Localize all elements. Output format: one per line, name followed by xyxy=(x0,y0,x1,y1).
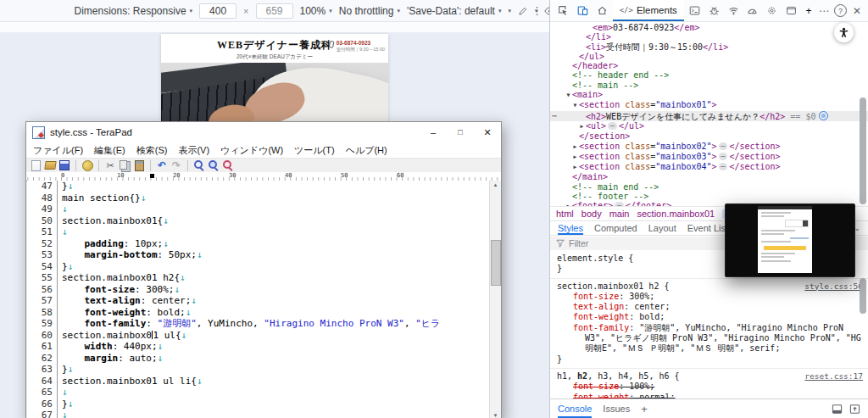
elements-tree-node[interactable]: <!-- header end --> xyxy=(550,70,868,80)
pip-preview-window[interactable] xyxy=(725,203,855,277)
code-line[interactable]: 49↓ xyxy=(27,203,490,215)
page-phone-number[interactable]: 03-6874-0923 xyxy=(337,40,385,47)
terapad-scrollbar[interactable]: ▲ ▼ xyxy=(489,181,501,418)
elements-tree-node[interactable]: ▼<section class="mainbox01"> xyxy=(550,100,868,110)
stylesheet-link[interactable]: style.css:56 xyxy=(804,281,863,291)
code-line-text[interactable]: section.mainbox01 ul{↓ xyxy=(57,330,490,342)
scroll-down-icon[interactable]: ▼ xyxy=(490,411,501,418)
menu-item[interactable]: 検索(S) xyxy=(136,144,168,157)
code-line[interactable]: 52 padding: 10px;↓ xyxy=(27,238,490,250)
code-line[interactable]: 51↓ xyxy=(27,226,490,238)
code-line[interactable]: 57 text-align: center;↓ xyxy=(27,295,490,307)
code-line-text[interactable]: font-size: 300%;↓ xyxy=(57,284,490,296)
code-line[interactable]: 60section.mainbox01 ul{↓ xyxy=(27,330,490,342)
code-line[interactable]: 59 font-family: "游明朝", YuMincho, "Hiragi… xyxy=(27,318,490,330)
code-line-text[interactable]: }↓ xyxy=(57,364,490,376)
code-line-text[interactable]: section.mainbox01{↓ xyxy=(57,215,490,227)
elements-tree-node[interactable]: ▼<main> xyxy=(550,90,868,100)
elements-tree-node[interactable]: ▶<section class="mainbox02">⋯</section> xyxy=(550,142,868,152)
code-line[interactable]: 48main section{}↓ xyxy=(27,192,490,204)
code-line-text[interactable]: ↓ xyxy=(57,410,490,418)
settings-gear-icon[interactable] xyxy=(763,2,781,20)
save-data-select[interactable]: 'Save-Data': default ▾ xyxy=(407,5,502,17)
element-hint-icon[interactable] xyxy=(819,111,828,120)
collapsed-arrow-icon[interactable]: ▶ xyxy=(578,122,586,131)
close-devtools-icon[interactable]: ✕ xyxy=(850,5,864,17)
code-line[interactable]: 53 margin-bottom: 50px;↓ xyxy=(27,249,490,261)
scrollbar-thumb[interactable] xyxy=(491,240,501,286)
elements-tree-node[interactable]: ⋯<h2>WEBデザインを仕事にしてみませんか？</h2> == $0 xyxy=(550,111,868,121)
css-property-line[interactable]: font-size: 300%; xyxy=(557,292,861,302)
cut-icon[interactable]: ✂ xyxy=(104,159,116,171)
code-line[interactable]: 50section.mainbox01{↓ xyxy=(27,215,490,227)
undo-icon[interactable]: ↶ xyxy=(156,159,168,171)
code-line-text[interactable]: }↓ xyxy=(57,261,490,273)
collapsed-arrow-icon[interactable]: ▶ xyxy=(571,163,579,172)
breadcrumb-item[interactable]: html xyxy=(556,209,574,219)
console-panel-icon[interactable] xyxy=(686,2,704,20)
viewport-height-input[interactable]: 659 xyxy=(256,3,293,19)
code-line[interactable]: 63}↓ xyxy=(27,364,490,376)
breadcrumb-item[interactable]: body xyxy=(581,209,602,219)
code-line[interactable]: 67↓ xyxy=(27,410,490,418)
css-property-line[interactable]: text-align: center; xyxy=(557,302,861,312)
find-previous-icon[interactable] xyxy=(222,159,234,171)
edit-pencil-icon[interactable] xyxy=(518,6,528,16)
zoom-select[interactable]: 100% ▾ xyxy=(300,5,332,17)
terapad-text-area[interactable]: 47}↓48main section{}↓49↓50section.mainbo… xyxy=(27,181,490,418)
elements-tree-node[interactable]: </header> xyxy=(550,61,868,70)
elements-tree-node[interactable]: ▶<section class="mainbox04">⋯</section> xyxy=(550,162,868,172)
expand-dots-icon[interactable]: ⋯ xyxy=(719,142,728,150)
debug-bug-icon[interactable] xyxy=(705,2,723,20)
code-line[interactable]: 54}↓ xyxy=(27,261,490,273)
code-line-text[interactable]: section.mainbox01 h2{↓ xyxy=(57,272,490,284)
new-file-icon[interactable] xyxy=(30,159,42,171)
code-line-text[interactable]: ↓ xyxy=(57,203,490,215)
expanded-arrow-icon[interactable]: ▼ xyxy=(571,101,579,110)
menu-item[interactable]: ヘルプ(H) xyxy=(346,144,387,157)
save-icon[interactable] xyxy=(58,159,70,171)
expand-dots-icon[interactable]: ⋯ xyxy=(719,163,728,170)
css-rule-line[interactable]: } xyxy=(557,354,861,365)
code-line[interactable]: 61 width: 440px;↓ xyxy=(27,341,490,353)
node-actions-icon[interactable]: ⋯ xyxy=(552,111,557,120)
code-line[interactable]: 47}↓ xyxy=(27,181,490,192)
code-line[interactable]: 58 font-weight: bold;↓ xyxy=(27,307,490,319)
code-line-text[interactable]: ↓ xyxy=(57,226,490,238)
stylesheet-link[interactable]: reset.css:17 xyxy=(804,371,863,381)
chevron-down-icon[interactable]: ▾ xyxy=(508,8,511,14)
more-options-icon[interactable]: ⋮ xyxy=(531,0,542,21)
tab-console[interactable]: Console xyxy=(558,399,592,418)
code-line-text[interactable]: ↓ xyxy=(57,387,490,398)
home-icon[interactable] xyxy=(593,2,611,20)
code-line-text[interactable]: }↓ xyxy=(57,398,490,410)
elements-tree-node[interactable]: ▶<ul>⋯</ul> xyxy=(550,121,868,131)
code-line[interactable]: 64section.mainbox01 ul li{↓ xyxy=(27,376,490,387)
code-line-text[interactable]: margin: auto;↓ xyxy=(57,353,490,365)
terapad-titlebar[interactable]: style.css - TeraPad – □ ✕ xyxy=(26,122,501,142)
add-tab-icon[interactable]: + xyxy=(802,2,815,20)
menu-item[interactable]: 編集(E) xyxy=(94,144,125,157)
elements-tree-node[interactable]: <!-- main --> xyxy=(550,81,868,90)
code-line-text[interactable]: main section{}↓ xyxy=(57,192,490,204)
redo-icon[interactable]: ↷ xyxy=(170,159,182,171)
code-line-text[interactable]: }↓ xyxy=(57,181,490,192)
copy-icon[interactable] xyxy=(119,159,131,171)
tab-elements[interactable]: </> Elements xyxy=(613,0,684,21)
expand-drawer-icon[interactable] xyxy=(849,404,860,415)
menu-item[interactable]: ウィンドウ(W) xyxy=(220,144,283,157)
inspect-icon[interactable] xyxy=(554,2,572,20)
tab-computed[interactable]: Computed xyxy=(594,223,637,233)
paste-icon[interactable] xyxy=(133,159,145,171)
elements-tree-node[interactable]: ▶<section class="mainbox03">⋯</section> xyxy=(550,152,868,162)
expand-dots-icon[interactable]: ⋯ xyxy=(719,153,728,160)
scroll-up-icon[interactable]: ▲ xyxy=(490,181,501,190)
code-line-text[interactable]: padding: 10px;↓ xyxy=(57,238,490,250)
styles-scrollbar-thumb[interactable] xyxy=(860,278,866,314)
code-line-text[interactable]: width: 440px;↓ xyxy=(57,341,490,353)
find-icon[interactable] xyxy=(193,159,205,171)
tab-issues[interactable]: Issues xyxy=(603,404,630,414)
find-next-icon[interactable] xyxy=(208,159,220,171)
menu-item[interactable]: ファイル(F) xyxy=(33,144,83,157)
elements-tree-node[interactable]: <li>受付時間｜9:30～15:00</li> xyxy=(550,42,868,52)
